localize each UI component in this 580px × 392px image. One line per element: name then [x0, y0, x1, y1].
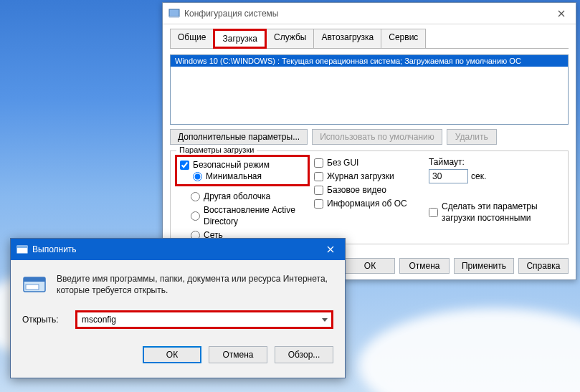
window-title: Конфигурация системы	[184, 9, 547, 19]
run-description: Введите имя программы, папки, документа …	[57, 273, 333, 297]
boot-log-checkbox[interactable]: Журнал загрузки	[314, 171, 422, 182]
base-video-input[interactable]	[314, 186, 323, 195]
tab-strip: Общие Загрузка Службы Автозагрузка Серви…	[170, 29, 569, 49]
svg-rect-3	[17, 246, 27, 248]
chevron-down-icon[interactable]	[318, 312, 331, 327]
radio-alt-shell-input[interactable]	[191, 192, 200, 201]
os-info-checkbox[interactable]: Информация об ОС	[314, 198, 422, 209]
safe-mode-label: Безопасный режим	[193, 159, 270, 171]
base-video-checkbox[interactable]: Базовое видео	[314, 184, 422, 196]
msconfig-icon	[168, 8, 180, 19]
tab-services[interactable]: Службы	[266, 29, 314, 49]
base-video-label: Базовое видео	[327, 184, 386, 196]
run-open-combobox[interactable]	[75, 310, 333, 329]
radio-ad-repair-label: Восстановление Active Directory	[204, 204, 307, 227]
svg-rect-0	[169, 9, 179, 16]
boot-log-input[interactable]	[314, 172, 323, 181]
no-gui-input[interactable]	[314, 158, 323, 168]
run-ok-button[interactable]: ОК	[143, 346, 201, 363]
safe-mode-highlight: Безопасный режим Минимальная	[175, 155, 310, 186]
radio-ad-repair[interactable]: Восстановление Active Directory	[191, 204, 307, 227]
no-gui-checkbox[interactable]: Без GUI	[314, 157, 422, 168]
title-bar: Конфигурация системы	[163, 3, 576, 24]
svg-rect-1	[169, 16, 179, 18]
group-title: Параметры загрузки	[176, 145, 257, 154]
run-app-icon	[22, 273, 47, 297]
radio-minimal-label: Минимальная	[206, 171, 262, 182]
safe-mode-input[interactable]	[180, 161, 189, 170]
radio-alt-shell[interactable]: Другая оболочка	[191, 191, 307, 202]
timeout-label: Таймаут:	[429, 157, 543, 167]
tab-tools[interactable]: Сервис	[381, 29, 426, 49]
close-icon	[327, 246, 334, 253]
tab-startup[interactable]: Автозагрузка	[313, 29, 381, 49]
advanced-params-button[interactable]: Дополнительные параметры...	[170, 129, 308, 145]
run-title-bar: Выполнить	[11, 239, 345, 260]
tab-general[interactable]: Общие	[170, 29, 214, 49]
os-info-label: Информация об ОС	[327, 198, 407, 209]
persist-input[interactable]	[429, 208, 438, 217]
svg-rect-5	[24, 277, 45, 282]
boot-options-group: Параметры загрузки Безопасный режим Мини…	[170, 150, 569, 244]
radio-minimal-input[interactable]	[193, 172, 202, 181]
run-title: Выполнить	[32, 244, 316, 254]
use-default-button: Использовать по умолчанию	[312, 129, 442, 145]
radio-ad-repair-input[interactable]	[191, 211, 200, 221]
timeout-unit: сек.	[471, 171, 486, 181]
run-cancel-button[interactable]: Отмена	[209, 346, 267, 363]
radio-minimal[interactable]: Минимальная	[193, 171, 305, 182]
no-gui-label: Без GUI	[327, 157, 358, 168]
close-button[interactable]	[547, 3, 576, 24]
boot-log-label: Журнал загрузки	[327, 171, 394, 182]
delete-button: Удалить	[447, 129, 497, 145]
apply-button[interactable]: Применить	[454, 258, 514, 274]
help-button[interactable]: Справка	[518, 258, 569, 274]
ok-button[interactable]: ОК	[345, 258, 395, 274]
radio-alt-shell-label: Другая оболочка	[204, 191, 270, 202]
os-info-input[interactable]	[314, 199, 323, 209]
boot-entry[interactable]: Windows 10 (C:\WINDOWS) : Текущая операц…	[171, 55, 568, 67]
persist-checkbox[interactable]: Сделать эти параметры загрузки постоянны…	[429, 201, 543, 224]
svg-rect-6	[26, 285, 39, 290]
run-open-input[interactable]	[77, 312, 318, 327]
run-dialog-icon	[16, 244, 28, 255]
run-close-button[interactable]	[316, 239, 345, 260]
run-browse-button[interactable]: Обзор...	[275, 346, 333, 363]
boot-entries-listbox[interactable]: Windows 10 (C:\WINDOWS) : Текущая операц…	[170, 54, 569, 125]
close-icon	[558, 10, 565, 17]
persist-label: Сделать эти параметры загрузки постоянны…	[442, 201, 543, 224]
wallpaper-cloud	[358, 308, 580, 392]
run-open-label: Открыть:	[22, 315, 68, 325]
tab-boot[interactable]: Загрузка	[213, 29, 267, 49]
timeout-input[interactable]	[429, 169, 468, 183]
safe-mode-checkbox[interactable]: Безопасный режим	[180, 159, 305, 171]
run-dialog: Выполнить Введите имя программы, папки, …	[10, 238, 346, 378]
cancel-button[interactable]: Отмена	[399, 258, 450, 274]
